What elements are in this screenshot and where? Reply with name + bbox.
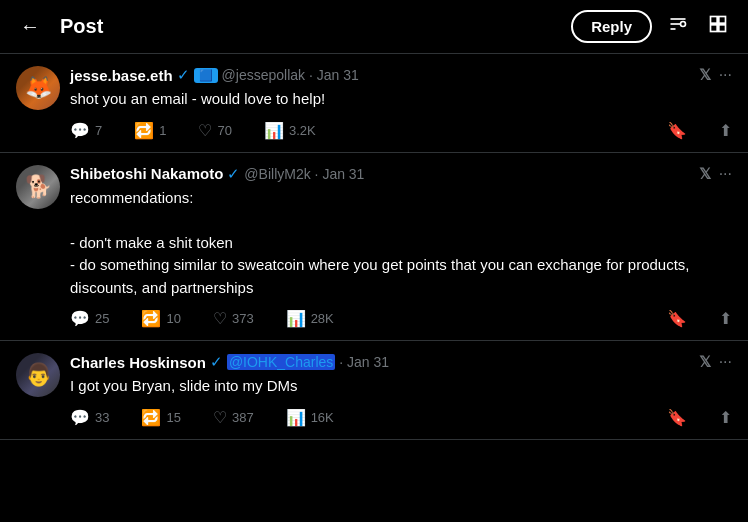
x-logo-icon: 𝕏 bbox=[699, 66, 711, 84]
post-text: shot you an email - would love to help! bbox=[70, 88, 732, 111]
meta-badge: 🟦 bbox=[194, 68, 218, 83]
bookmark-action[interactable]: 🔖 bbox=[667, 309, 687, 328]
retweet-icon: 🔁 bbox=[141, 309, 161, 328]
svg-rect-5 bbox=[719, 17, 726, 24]
share-icon: ⬆ bbox=[719, 408, 732, 427]
post-header-right: 𝕏 ··· bbox=[699, 165, 732, 183]
like-action[interactable]: ♡ 387 bbox=[213, 408, 254, 427]
post-item: 🦊 jesse.base.eth ✓ 🟦 @jessepollak · Jan … bbox=[0, 54, 748, 153]
like-count: 373 bbox=[232, 311, 254, 326]
reply-button[interactable]: Reply bbox=[571, 10, 652, 43]
heart-icon: ♡ bbox=[213, 408, 227, 427]
reply-icon: 💬 bbox=[70, 408, 90, 427]
post-header: jesse.base.eth ✓ 🟦 @jessepollak · Jan 31… bbox=[70, 66, 732, 84]
bookmark-action[interactable]: 🔖 bbox=[667, 408, 687, 427]
actions-bar: 💬 7 🔁 1 ♡ 70 📊 3.2K 🔖 ⬆ bbox=[70, 121, 732, 140]
retweet-count: 1 bbox=[159, 123, 166, 138]
handle-date: @IOHK_Charles · Jan 31 bbox=[227, 354, 389, 370]
reply-action[interactable]: 💬 7 bbox=[70, 121, 102, 140]
retweet-action[interactable]: 🔁 15 bbox=[141, 408, 180, 427]
username: jesse.base.eth bbox=[70, 67, 173, 84]
views-icon: 📊 bbox=[286, 408, 306, 427]
like-action[interactable]: ♡ 373 bbox=[213, 309, 254, 328]
heart-icon: ♡ bbox=[213, 309, 227, 328]
reply-icon: 💬 bbox=[70, 309, 90, 328]
page-header: ← Post Reply bbox=[0, 0, 748, 54]
like-action[interactable]: ♡ 70 bbox=[198, 121, 231, 140]
views-icon: 📊 bbox=[264, 121, 284, 140]
views-action[interactable]: 📊 16K bbox=[286, 408, 334, 427]
svg-rect-7 bbox=[719, 25, 726, 32]
reply-action[interactable]: 💬 25 bbox=[70, 309, 109, 328]
views-action[interactable]: 📊 3.2K bbox=[264, 121, 316, 140]
verified-badge: ✓ bbox=[177, 66, 190, 84]
post-item: 🐕 Shibetoshi Nakamoto ✓ @BillyM2k · Jan … bbox=[0, 153, 748, 342]
header-right: Reply bbox=[571, 10, 732, 43]
page-title: Post bbox=[60, 15, 103, 38]
svg-rect-4 bbox=[711, 17, 718, 24]
x-logo-icon: 𝕏 bbox=[699, 353, 711, 371]
post-header: Charles Hoskinson ✓ @IOHK_Charles · Jan … bbox=[70, 353, 732, 371]
bookmark-action[interactable]: 🔖 bbox=[667, 121, 687, 140]
views-action[interactable]: 📊 28K bbox=[286, 309, 334, 328]
share-action[interactable]: ⬆ bbox=[719, 408, 732, 427]
svg-point-3 bbox=[681, 22, 686, 27]
verified-badge: ✓ bbox=[210, 353, 223, 371]
bookmark-icon: 🔖 bbox=[667, 408, 687, 427]
retweet-icon: 🔁 bbox=[134, 121, 154, 140]
like-count: 387 bbox=[232, 410, 254, 425]
bookmark-icon: 🔖 bbox=[667, 309, 687, 328]
header-left: ← Post bbox=[16, 11, 103, 42]
share-action[interactable]: ⬆ bbox=[719, 121, 732, 140]
views-count: 3.2K bbox=[289, 123, 316, 138]
avatar: 🦊 bbox=[16, 66, 60, 110]
post-text: I got you Bryan, slide into my DMs bbox=[70, 375, 732, 398]
filter-icon-button[interactable] bbox=[664, 10, 692, 43]
filter-icon bbox=[668, 14, 688, 34]
post-header-left: Shibetoshi Nakamoto ✓ @BillyM2k · Jan 31 bbox=[70, 165, 364, 183]
reply-icon: 💬 bbox=[70, 121, 90, 140]
post-content: Charles Hoskinson ✓ @IOHK_Charles · Jan … bbox=[70, 353, 732, 427]
share-action[interactable]: ⬆ bbox=[719, 309, 732, 328]
avatar: 🐕 bbox=[16, 165, 60, 209]
views-count: 16K bbox=[311, 410, 334, 425]
reply-count: 25 bbox=[95, 311, 109, 326]
more-options-icon[interactable]: ··· bbox=[719, 165, 732, 183]
retweet-icon: 🔁 bbox=[141, 408, 161, 427]
post-text: recommendations: - don't make a shit tok… bbox=[70, 187, 732, 300]
post-item: 👨 Charles Hoskinson ✓ @IOHK_Charles · Ja… bbox=[0, 341, 748, 440]
post-header-left: jesse.base.eth ✓ 🟦 @jessepollak · Jan 31 bbox=[70, 66, 359, 84]
post-content: Shibetoshi Nakamoto ✓ @BillyM2k · Jan 31… bbox=[70, 165, 732, 329]
avatar: 👨 bbox=[16, 353, 60, 397]
handle-date: @BillyM2k · Jan 31 bbox=[244, 166, 364, 182]
reply-action[interactable]: 💬 33 bbox=[70, 408, 109, 427]
back-button[interactable]: ← bbox=[16, 11, 44, 42]
post-header: Shibetoshi Nakamoto ✓ @BillyM2k · Jan 31… bbox=[70, 165, 732, 183]
retweet-action[interactable]: 🔁 1 bbox=[134, 121, 166, 140]
post-header-left: Charles Hoskinson ✓ @IOHK_Charles · Jan … bbox=[70, 353, 389, 371]
actions-bar: 💬 25 🔁 10 ♡ 373 📊 28K 🔖 ⬆ bbox=[70, 309, 732, 328]
retweet-count: 15 bbox=[166, 410, 180, 425]
actions-bar: 💬 33 🔁 15 ♡ 387 📊 16K 🔖 ⬆ bbox=[70, 408, 732, 427]
mention-link[interactable]: @IOHK_Charles bbox=[227, 354, 335, 370]
more-options-icon[interactable]: ··· bbox=[719, 353, 732, 371]
reply-count: 33 bbox=[95, 410, 109, 425]
layout-icon bbox=[708, 14, 728, 34]
views-count: 28K bbox=[311, 311, 334, 326]
heart-icon: ♡ bbox=[198, 121, 212, 140]
more-options-icon[interactable]: ··· bbox=[719, 66, 732, 84]
verified-badge: ✓ bbox=[227, 165, 240, 183]
post-header-right: 𝕏 ··· bbox=[699, 66, 732, 84]
post-content: jesse.base.eth ✓ 🟦 @jessepollak · Jan 31… bbox=[70, 66, 732, 140]
username: Charles Hoskinson bbox=[70, 354, 206, 371]
layout-icon-button[interactable] bbox=[704, 10, 732, 43]
retweet-count: 10 bbox=[166, 311, 180, 326]
views-icon: 📊 bbox=[286, 309, 306, 328]
like-count: 70 bbox=[217, 123, 231, 138]
reply-count: 7 bbox=[95, 123, 102, 138]
bookmark-icon: 🔖 bbox=[667, 121, 687, 140]
svg-rect-6 bbox=[711, 25, 718, 32]
x-logo-icon: 𝕏 bbox=[699, 165, 711, 183]
retweet-action[interactable]: 🔁 10 bbox=[141, 309, 180, 328]
post-header-right: 𝕏 ··· bbox=[699, 353, 732, 371]
